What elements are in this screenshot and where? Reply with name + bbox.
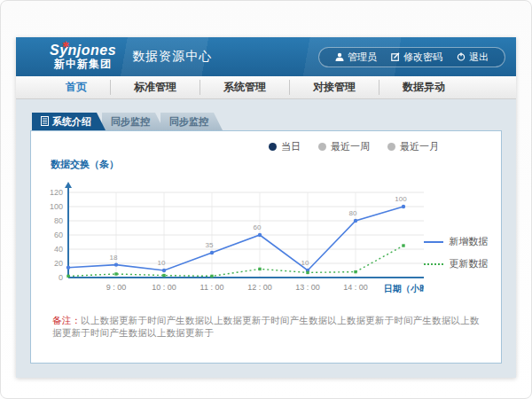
content-area: 系统介绍 同步监控 同步监控 当日 最近一周 <box>16 99 516 378</box>
filter-today-label: 当日 <box>281 140 301 153</box>
admin-user-label: 管理员 <box>348 51 377 64</box>
svg-text:40: 40 <box>54 245 63 254</box>
svg-text:60: 60 <box>54 231 63 239</box>
legend-updated-data-label: 更新数据 <box>449 257 488 270</box>
svg-text:80: 80 <box>54 216 63 225</box>
time-range-filters: 当日 最近一周 最近一月 <box>269 140 439 153</box>
app-window: ✱ Synjones 新中新集团 数据资源中心 管理员 修改密码 <box>16 37 516 378</box>
svg-text:120: 120 <box>50 188 63 197</box>
svg-text:100: 100 <box>395 195 407 203</box>
svg-text:100: 100 <box>50 202 63 211</box>
filter-today[interactable]: 当日 <box>269 140 301 153</box>
chart-panel: 当日 最近一周 最近一月 数据交换（条） 0204060801001209 : … <box>30 130 502 364</box>
svg-text:11 : 00: 11 : 00 <box>200 283 224 292</box>
svg-text:10: 10 <box>158 259 166 267</box>
footnote-text: 以上数据更新于时间产生数据以上数据更新于时间产生数据以上数据更新于时间产生数据以… <box>52 315 480 338</box>
tab-sync-monitor-1-label: 同步监控 <box>111 115 150 129</box>
svg-text:18: 18 <box>110 254 118 262</box>
logout-label: 退出 <box>469 51 489 64</box>
legend-new-data[interactable]: 新增数据 <box>424 235 501 248</box>
svg-text:20: 20 <box>54 259 63 268</box>
change-password-button[interactable]: 修改密码 <box>384 51 450 64</box>
line-chart: 0204060801001209 : 0010 : 0011 : 0012 : … <box>38 175 424 308</box>
tab-bar: 系统介绍 同步监控 同步监控 <box>32 113 502 130</box>
filter-last-week-label: 最近一周 <box>331 140 370 153</box>
svg-text:60: 60 <box>254 223 262 231</box>
document-icon <box>41 116 49 128</box>
nav-item-data-change[interactable]: 数据异动 <box>379 80 468 95</box>
nav-item-standard-mgmt[interactable]: 标准管理 <box>110 80 200 95</box>
filter-last-week[interactable]: 最近一周 <box>318 140 370 153</box>
header: ✱ Synjones 新中新集团 数据资源中心 管理员 修改密码 <box>16 37 516 76</box>
svg-text:日期（小时）: 日期（小时） <box>384 284 424 293</box>
svg-text:12 : 00: 12 : 00 <box>247 283 272 292</box>
logo-star-icon: ✱ <box>62 41 69 51</box>
filter-last-month-label: 最近一月 <box>400 140 439 153</box>
radio-icon <box>318 143 326 151</box>
footnote: 备注：以上数据更新于时间产生数据以上数据更新于时间产生数据以上数据更新于时间产生… <box>31 315 501 340</box>
chart-legend: 新增数据 更新数据 <box>424 175 501 308</box>
tab-sync-monitor-2-label: 同步监控 <box>169 115 208 129</box>
radio-selected-icon <box>269 143 277 151</box>
legend-updated-data[interactable]: 更新数据 <box>424 257 501 270</box>
user-menu: 管理员 修改密码 退出 <box>318 47 505 67</box>
filter-last-month[interactable]: 最近一月 <box>387 140 439 153</box>
tab-sync-monitor-2[interactable]: 同步监控 <box>160 113 223 130</box>
admin-user-button[interactable]: 管理员 <box>328 51 384 64</box>
radio-icon <box>387 143 395 151</box>
tab-sync-monitor-1[interactable]: 同步监控 <box>102 113 164 130</box>
svg-text:10: 10 <box>301 259 309 267</box>
logo-brand: Synjones <box>50 43 116 59</box>
svg-text:0: 0 <box>59 273 63 282</box>
legend-new-data-label: 新增数据 <box>449 235 488 248</box>
page-title: 数据资源中心 <box>132 49 212 65</box>
nav-item-system-mgmt[interactable]: 系统管理 <box>200 80 289 95</box>
nav-item-interface-mgmt[interactable]: 对接管理 <box>289 80 379 95</box>
svg-text:10 : 00: 10 : 00 <box>152 283 176 292</box>
footnote-prefix: 备注： <box>52 315 81 325</box>
tab-system-intro[interactable]: 系统介绍 <box>32 113 106 130</box>
svg-text:35: 35 <box>206 241 214 249</box>
nav-item-home[interactable]: 首页 <box>43 80 110 95</box>
change-password-label: 修改密码 <box>403 51 442 64</box>
svg-text:14 : 00: 14 : 00 <box>343 283 368 292</box>
dotted-line-icon <box>424 263 443 265</box>
user-icon <box>335 52 344 61</box>
solid-line-icon <box>424 241 443 243</box>
main-nav: 首页 标准管理 系统管理 对接管理 数据异动 <box>16 76 516 99</box>
chart-row: 0204060801001209 : 0010 : 0011 : 0012 : … <box>31 175 501 308</box>
svg-text:80: 80 <box>349 209 357 217</box>
logout-button[interactable]: 退出 <box>450 51 496 64</box>
svg-text:9 : 00: 9 : 00 <box>106 283 127 292</box>
tab-system-intro-label: 系统介绍 <box>52 115 91 129</box>
edit-icon <box>391 52 400 61</box>
logo-company: 新中新集团 <box>50 59 116 70</box>
svg-text:13 : 00: 13 : 00 <box>295 283 320 292</box>
power-icon <box>457 52 466 61</box>
y-axis-title: 数据交换（条） <box>51 158 501 171</box>
company-logo: ✱ Synjones 新中新集团 <box>50 43 116 69</box>
